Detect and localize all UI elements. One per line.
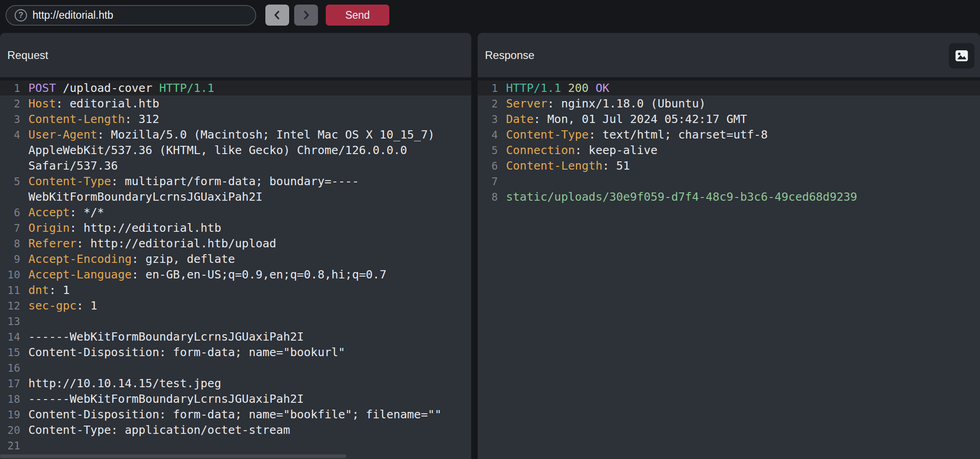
code-line[interactable]: 21 bbox=[0, 438, 471, 454]
code-line[interactable]: 6Content-Length: 51 bbox=[478, 158, 980, 174]
code-line[interactable]: 5Connection: keep-alive bbox=[478, 143, 980, 158]
line-number: 2 bbox=[478, 96, 498, 112]
image-icon bbox=[954, 48, 969, 64]
code-line[interactable]: 18------WebKitFormBoundaryLcrnsJGUaxiPah… bbox=[0, 391, 471, 407]
render-image-button[interactable] bbox=[949, 43, 975, 69]
line-number: 4 bbox=[0, 127, 20, 143]
url-value[interactable]: http://editorial.htb bbox=[32, 9, 113, 21]
line-number: 1 bbox=[0, 80, 20, 96]
line-number: 4 bbox=[478, 127, 498, 143]
line-number: 15 bbox=[0, 345, 20, 360]
line-number: 2 bbox=[0, 96, 20, 112]
request-panel-title: Request bbox=[7, 49, 48, 62]
line-text: Content-Disposition: form-data; name="bo… bbox=[28, 407, 442, 422]
line-number: 5 bbox=[478, 143, 498, 158]
line-number: 1 bbox=[478, 80, 498, 96]
line-text: static/uploads/30e9f059-d7f4-48c9-b3c6-4… bbox=[506, 189, 857, 205]
line-number: 5 bbox=[0, 174, 20, 189]
line-text: Content-Length: 51 bbox=[506, 158, 630, 174]
code-line[interactable]: 7 bbox=[478, 174, 980, 189]
line-number: 7 bbox=[0, 220, 20, 236]
chevron-right-icon bbox=[300, 9, 312, 21]
line-text: Host: editorial.htb bbox=[28, 96, 159, 112]
send-button[interactable]: Send bbox=[326, 5, 389, 26]
code-line[interactable]: 14------WebKitFormBoundaryLcrnsJGUaxiPah… bbox=[0, 329, 471, 345]
line-number: 6 bbox=[478, 158, 498, 174]
code-line[interactable]: 3Content-Length: 312 bbox=[0, 112, 471, 127]
line-text: User-Agent: Mozilla/5.0 (Macintosh; Inte… bbox=[28, 127, 463, 174]
line-number: 11 bbox=[0, 283, 20, 298]
line-number: 21 bbox=[0, 438, 20, 454]
code-line[interactable]: 20Content-Type: application/octet-stream bbox=[0, 422, 471, 438]
code-line[interactable]: 3Date: Mon, 01 Jul 2024 05:42:17 GMT bbox=[478, 112, 980, 127]
code-line[interactable]: 16 bbox=[0, 360, 471, 376]
line-text: Date: Mon, 01 Jul 2024 05:42:17 GMT bbox=[506, 112, 747, 127]
line-number: 3 bbox=[478, 112, 498, 127]
line-text: ------WebKitFormBoundaryLcrnsJGUaxiPah2I bbox=[28, 391, 304, 407]
code-line[interactable]: 1POST /upload-cover HTTP/1.1 bbox=[0, 80, 471, 96]
line-number: 8 bbox=[0, 236, 20, 251]
line-number: 12 bbox=[0, 298, 20, 314]
response-panel: Response 1HTTP/1.1 200 OK2Server: nginx/… bbox=[478, 33, 980, 459]
line-number: 17 bbox=[0, 376, 20, 391]
line-text: Origin: http://editorial.htb bbox=[28, 220, 221, 236]
code-line[interactable]: 1HTTP/1.1 200 OK bbox=[478, 80, 980, 96]
line-text: Content-Type: text/html; charset=utf-8 bbox=[506, 127, 768, 143]
help-icon[interactable]: ? bbox=[15, 9, 27, 21]
line-text: HTTP/1.1 200 OK bbox=[506, 80, 609, 96]
code-line[interactable]: 2Host: editorial.htb bbox=[0, 96, 471, 112]
code-line[interactable]: 2Server: nginx/1.18.0 (Ubuntu) bbox=[478, 96, 980, 112]
line-number: 3 bbox=[0, 112, 20, 127]
code-line[interactable]: 11dnt: 1 bbox=[0, 283, 471, 298]
request-editor[interactable]: 1POST /upload-cover HTTP/1.12Host: edito… bbox=[0, 80, 471, 459]
code-line[interactable]: 5Content-Type: multipart/form-data; boun… bbox=[0, 174, 471, 205]
line-text: POST /upload-cover HTTP/1.1 bbox=[28, 80, 214, 96]
line-number: 16 bbox=[0, 360, 20, 376]
line-number: 14 bbox=[0, 329, 20, 345]
response-panel-title: Response bbox=[485, 49, 534, 62]
line-number: 9 bbox=[0, 251, 20, 267]
line-text: Content-Type: multipart/form-data; bound… bbox=[28, 174, 463, 205]
line-number: 10 bbox=[0, 267, 20, 283]
back-button[interactable] bbox=[265, 5, 289, 26]
panels-row: Request 1POST /upload-cover HTTP/1.12Hos… bbox=[0, 33, 980, 459]
code-line[interactable]: 4Content-Type: text/html; charset=utf-8 bbox=[478, 127, 980, 143]
code-line[interactable]: 9Accept-Encoding: gzip, deflate bbox=[0, 251, 471, 267]
toolbar: ? http://editorial.htb Send bbox=[0, 0, 980, 30]
line-number: 13 bbox=[0, 314, 20, 329]
line-text: Content-Type: application/octet-stream bbox=[28, 422, 290, 438]
response-editor[interactable]: 1HTTP/1.1 200 OK2Server: nginx/1.18.0 (U… bbox=[478, 80, 980, 459]
line-text: Content-Length: 312 bbox=[28, 112, 159, 127]
line-text: Accept-Language: en-GB,en-US;q=0.9,en;q=… bbox=[28, 267, 387, 283]
code-line[interactable]: 15Content-Disposition: form-data; name="… bbox=[0, 345, 471, 360]
code-line[interactable]: 4User-Agent: Mozilla/5.0 (Macintosh; Int… bbox=[0, 127, 471, 174]
line-number: 18 bbox=[0, 391, 20, 407]
code-line[interactable]: 17http://10.10.14.15/test.jpeg bbox=[0, 376, 471, 391]
line-text: Content-Disposition: form-data; name="bo… bbox=[28, 345, 345, 360]
code-line[interactable]: 6Accept: */* bbox=[0, 205, 471, 220]
line-number: 20 bbox=[0, 422, 20, 438]
line-text: dnt: 1 bbox=[28, 283, 70, 298]
line-number: 6 bbox=[0, 205, 20, 220]
line-text: sec-gpc: 1 bbox=[28, 298, 97, 314]
line-number: 7 bbox=[478, 174, 498, 189]
line-text: Server: nginx/1.18.0 (Ubuntu) bbox=[506, 96, 706, 112]
chevron-left-icon bbox=[271, 9, 283, 21]
line-text: ------WebKitFormBoundaryLcrnsJGUaxiPah2I bbox=[28, 329, 304, 345]
code-line[interactable]: 13 bbox=[0, 314, 471, 329]
request-panel: Request 1POST /upload-cover HTTP/1.12Hos… bbox=[0, 33, 471, 459]
code-line[interactable]: 10Accept-Language: en-GB,en-US;q=0.9,en;… bbox=[0, 267, 471, 283]
code-line[interactable]: 8Referer: http://editorial.htb/upload bbox=[0, 236, 471, 251]
line-number: 8 bbox=[478, 189, 498, 205]
request-horizontal-scrollbar[interactable] bbox=[0, 454, 346, 458]
code-line[interactable]: 8static/uploads/30e9f059-d7f4-48c9-b3c6-… bbox=[478, 189, 980, 205]
url-input[interactable]: ? http://editorial.htb bbox=[5, 5, 256, 26]
code-line[interactable]: 12sec-gpc: 1 bbox=[0, 298, 471, 314]
response-panel-header: Response bbox=[478, 33, 980, 80]
forward-button[interactable] bbox=[294, 5, 318, 26]
code-line[interactable]: 19Content-Disposition: form-data; name="… bbox=[0, 407, 471, 422]
line-text: Accept-Encoding: gzip, deflate bbox=[28, 251, 235, 267]
code-line[interactable]: 7Origin: http://editorial.htb bbox=[0, 220, 471, 236]
line-text: Connection: keep-alive bbox=[506, 143, 657, 158]
line-text: http://10.10.14.15/test.jpeg bbox=[28, 376, 221, 391]
